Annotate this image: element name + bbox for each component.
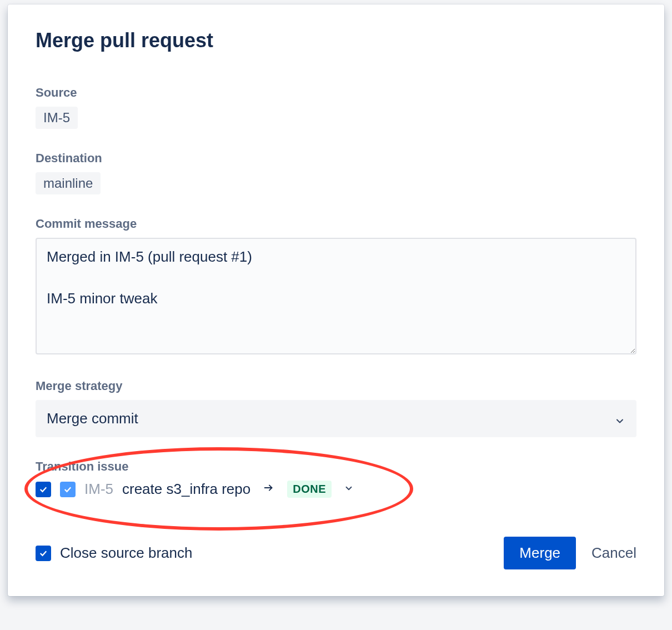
arrow-right-icon xyxy=(263,482,275,497)
destination-label: Destination xyxy=(36,151,636,166)
footer-actions: Merge Cancel xyxy=(504,537,636,569)
dialog-footer: Close source branch Merge Cancel xyxy=(36,537,636,569)
destination-field: Destination mainline xyxy=(36,151,636,194)
source-branch-tag: IM-5 xyxy=(36,107,78,129)
issue-key: IM-5 xyxy=(84,481,113,498)
source-field: Source IM-5 xyxy=(36,86,636,129)
close-source-branch-label: Close source branch xyxy=(60,544,192,562)
issue-title: create s3_infra repo xyxy=(122,481,250,498)
chevron-down-icon xyxy=(614,413,625,424)
commit-message-field: Commit message xyxy=(36,217,636,357)
merge-button[interactable]: Merge xyxy=(504,537,576,569)
transition-issue-row: IM-5 create s3_infra repo DONE xyxy=(36,481,636,498)
merge-pull-request-dialog: Merge pull request Source IM-5 Destinati… xyxy=(8,4,664,596)
commit-message-textarea[interactable] xyxy=(36,238,636,354)
transition-checkbox-outer[interactable] xyxy=(36,482,51,497)
status-chevron-down-icon[interactable] xyxy=(344,483,354,496)
status-badge[interactable]: DONE xyxy=(287,481,332,498)
destination-branch-tag: mainline xyxy=(36,172,101,194)
merge-strategy-select[interactable]: Merge commit xyxy=(36,400,636,437)
close-source-branch-row: Close source branch xyxy=(36,544,192,562)
transition-issue-section: Transition issue IM-5 create s3_infra re… xyxy=(36,459,636,498)
merge-strategy-value: Merge commit xyxy=(47,410,138,427)
merge-strategy-label: Merge strategy xyxy=(36,379,636,393)
dialog-title: Merge pull request xyxy=(36,29,636,52)
source-label: Source xyxy=(36,86,636,100)
transition-issue-label: Transition issue xyxy=(36,459,636,474)
close-source-branch-checkbox[interactable] xyxy=(36,546,51,561)
commit-message-label: Commit message xyxy=(36,217,636,231)
cancel-button[interactable]: Cancel xyxy=(591,544,636,562)
merge-strategy-field: Merge strategy Merge commit xyxy=(36,379,636,437)
transition-checkbox-inner[interactable] xyxy=(60,482,76,497)
